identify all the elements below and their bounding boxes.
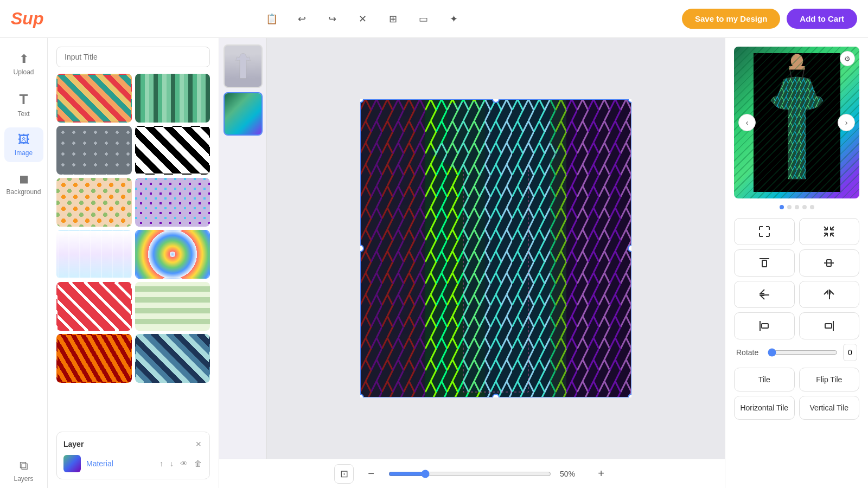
pattern-item[interactable] — [135, 282, 210, 331]
transform-grid-2 — [734, 281, 859, 339]
dot-2[interactable] — [787, 205, 792, 209]
text-icon: T — [20, 91, 28, 108]
zoom-in-button[interactable]: + — [592, 465, 610, 483]
layer-panel: Layer ✕ Material ↑ ↓ 👁 🗑 — [56, 432, 210, 479]
frame-button[interactable]: ▭ — [413, 8, 435, 30]
rotate-slider[interactable] — [768, 348, 838, 357]
tile-grid: Tile Flip Tile Horizontal Tile Vertical … — [734, 368, 859, 420]
sidebar-item-image[interactable]: 🖼 Image — [4, 127, 43, 162]
pattern-item[interactable] — [56, 334, 132, 383]
align-center-button[interactable] — [799, 249, 860, 277]
preview-next-button[interactable]: › — [838, 114, 855, 131]
background-label: Background — [6, 188, 41, 196]
layer-name: Material — [86, 459, 153, 468]
zoom-bar: ⊡ − 50% + — [219, 459, 725, 488]
rotate-value: 0 — [843, 344, 857, 361]
svg-rect-13 — [754, 53, 840, 192]
zoom-out-button[interactable]: − — [362, 465, 380, 483]
preview-settings-button[interactable]: ⚙ — [840, 51, 855, 66]
pattern-item[interactable] — [135, 74, 210, 123]
pattern-item[interactable] — [56, 282, 132, 331]
svg-rect-17 — [789, 66, 805, 69]
pattern-item[interactable] — [135, 126, 210, 175]
dot-5[interactable] — [810, 205, 814, 209]
pattern-item[interactable] — [135, 230, 210, 279]
sidebar-left: ⬆ Upload T Text 🖼 Image ◼ Background ⧉ L… — [0, 38, 48, 488]
horizontal-tile-button[interactable]: Horizontal Tile — [734, 396, 795, 420]
rotate-label: Rotate — [736, 348, 762, 357]
zoom-slider[interactable] — [388, 470, 551, 478]
layer-close-button[interactable]: ✕ — [194, 439, 203, 450]
grid-button[interactable]: ⊞ — [382, 8, 404, 30]
frame-view-button[interactable]: ⊡ — [334, 464, 354, 484]
text-label: Text — [17, 110, 29, 118]
layers-icon: ⧉ — [20, 459, 28, 473]
pattern-item[interactable] — [56, 230, 132, 279]
image-icon: 🖼 — [18, 133, 30, 147]
header: Sup 📋 ↩ ↪ ✕ ⊞ ▭ ✦ Save to my Design Add … — [0, 0, 868, 38]
svg-rect-10 — [360, 99, 631, 397]
align-right-button[interactable] — [799, 312, 860, 339]
layer-up-button[interactable]: ↑ — [158, 458, 164, 469]
flip-tile-button[interactable]: Flip Tile — [799, 368, 860, 391]
magic-button[interactable]: ✦ — [443, 8, 465, 30]
header-tools: 📋 ↩ ↪ ✕ ⊞ ▭ ✦ — [261, 8, 465, 30]
background-icon: ◼ — [19, 172, 29, 186]
dot-4[interactable] — [802, 205, 807, 209]
dot-1[interactable] — [780, 205, 784, 209]
design-canvas[interactable] — [360, 99, 631, 397]
preview-prev-button[interactable]: ‹ — [738, 114, 756, 131]
layer-down-button[interactable]: ↓ — [169, 458, 175, 469]
svg-rect-25 — [762, 324, 768, 328]
vertical-tile-button[interactable]: Vertical Tile — [799, 396, 860, 420]
logo: Sup — [11, 9, 43, 29]
layer-item: Material ↑ ↓ 👁 🗑 — [63, 455, 203, 472]
dot-3[interactable] — [795, 205, 799, 209]
canvas-scroll[interactable] — [267, 38, 725, 459]
layer-delete-button[interactable]: 🗑 — [193, 458, 203, 469]
layer-eye-button[interactable]: 👁 — [179, 458, 189, 469]
svg-rect-11 — [754, 53, 840, 192]
main-layout: ⬆ Upload T Text 🖼 Image ◼ Background ⧉ L… — [0, 38, 868, 488]
sidebar-item-text[interactable]: T Text — [4, 86, 43, 123]
layer-header: Layer ✕ — [63, 439, 203, 450]
thumbnail-2[interactable] — [224, 92, 263, 136]
zoom-percent: 50% — [560, 470, 584, 478]
pattern-item[interactable] — [135, 334, 210, 383]
redo-button[interactable]: ↪ — [322, 8, 343, 30]
rotate-row: Rotate 0 — [734, 344, 859, 361]
save-button[interactable]: Save to my Design — [682, 9, 780, 29]
sidebar-item-upload[interactable]: ⬆ Upload — [4, 47, 43, 81]
layers-label: Layers — [14, 475, 33, 483]
pattern-grid — [56, 74, 210, 383]
image-label: Image — [15, 149, 33, 157]
layer-thumbnail — [63, 455, 81, 472]
svg-rect-27 — [825, 324, 832, 328]
svg-point-16 — [790, 54, 802, 68]
header-actions: Save to my Design Add to Cart — [682, 9, 857, 29]
flip-v-button[interactable] — [734, 281, 795, 308]
align-top-button[interactable] — [734, 249, 795, 277]
clipboard-button[interactable]: 📋 — [261, 8, 283, 30]
flip-h-button[interactable] — [799, 281, 860, 308]
sidebar-item-layers[interactable]: ⧉ Layers — [4, 453, 43, 488]
pattern-item[interactable] — [56, 126, 132, 175]
tile-button[interactable]: Tile — [734, 368, 795, 391]
svg-line-14 — [789, 66, 792, 79]
sidebar-item-background[interactable]: ◼ Background — [4, 166, 43, 201]
undo-button[interactable]: ↩ — [291, 8, 313, 30]
pattern-item[interactable] — [56, 74, 132, 123]
fit-compress-button[interactable] — [799, 218, 860, 245]
preview-image-container: ⚙ ‹ — [734, 47, 859, 198]
panel-left: Layer ✕ Material ↑ ↓ 👁 🗑 — [48, 38, 219, 488]
title-input[interactable] — [56, 47, 210, 67]
cross-button[interactable]: ✕ — [352, 8, 374, 30]
svg-rect-19 — [762, 260, 767, 267]
thumbnail-1[interactable] — [224, 44, 263, 88]
pattern-item[interactable] — [135, 178, 210, 227]
align-left-button[interactable] — [734, 312, 795, 339]
add-to-cart-button[interactable]: Add to Cart — [787, 9, 857, 29]
fit-expand-button[interactable] — [734, 218, 795, 245]
pattern-item[interactable] — [56, 178, 132, 227]
canvas-wrapper — [360, 99, 631, 397]
